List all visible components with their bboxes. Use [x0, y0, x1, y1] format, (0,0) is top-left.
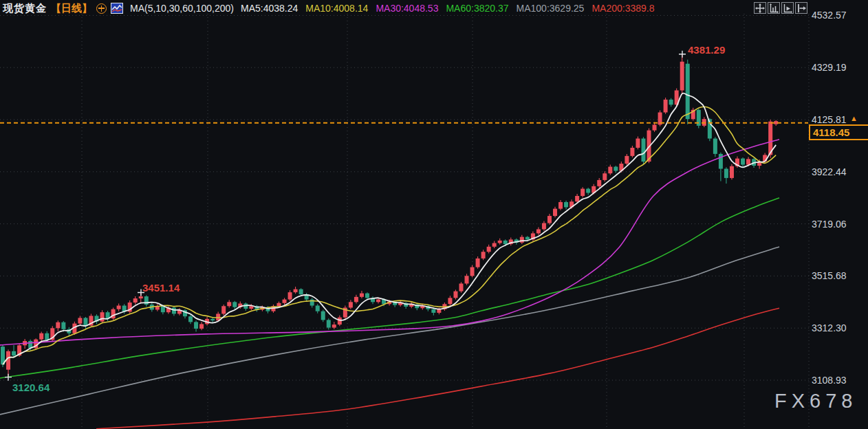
legend-ma-item: MA200:3389.8: [592, 3, 654, 14]
pan-icon[interactable]: [754, 2, 766, 14]
legend-ma-item: MA5:4038.24: [241, 3, 298, 14]
chart-toolbar: [754, 2, 807, 14]
chart-app: 现货黄金 【日线】 MA(5,10,30,60,100,200) MA5:403…: [0, 0, 868, 429]
chart-type-icon[interactable]: [111, 3, 123, 14]
axis-scale-icon[interactable]: [768, 2, 780, 14]
watermark: FX678: [774, 390, 857, 412]
symbol-title: 现货黄金: [3, 2, 47, 15]
axis-price-label: 3922.44: [812, 166, 867, 177]
legend-ma-item: MA60:3820.37: [446, 3, 508, 14]
axis-price-label: 3108.93: [812, 375, 867, 386]
legend-ma-item: MA30:4048.53: [376, 3, 438, 14]
legend-ma-item: MA10:4008.14: [305, 3, 368, 14]
annotation-mid-high: 3451.14: [142, 282, 180, 294]
candlestick-chart[interactable]: [0, 0, 868, 429]
axis-play-icon[interactable]: [781, 2, 794, 14]
annotation-high: 4381.29: [688, 44, 725, 56]
price-alert-arrow-icon: ▲: [850, 114, 858, 122]
add-indicator-icon[interactable]: [96, 3, 107, 14]
axis-price-label: 3515.68: [812, 270, 867, 281]
axis-price-label: 3719.06: [812, 219, 867, 230]
legend-ma-item: MA100:3629.25: [517, 3, 585, 14]
axis-price-label: 4125.81: [812, 114, 867, 125]
last-price-badge: 4118.45: [809, 124, 868, 140]
annotation-low: 3120.64: [12, 382, 50, 393]
axis-price-label: 3312.30: [812, 322, 867, 333]
chart-header: 现货黄金 【日线】 MA(5,10,30,60,100,200) MA5:403…: [0, 0, 868, 16]
period-selector[interactable]: 【日线】: [51, 2, 92, 15]
axis-price-label: 4329.19: [812, 62, 867, 73]
shift-right-icon[interactable]: [795, 2, 807, 14]
ma-group-label: MA(5,10,30,60,100,200): [130, 3, 234, 14]
ma-legend: MA5:4038.24MA10:4008.14MA30:4048.53MA60:…: [241, 3, 654, 14]
